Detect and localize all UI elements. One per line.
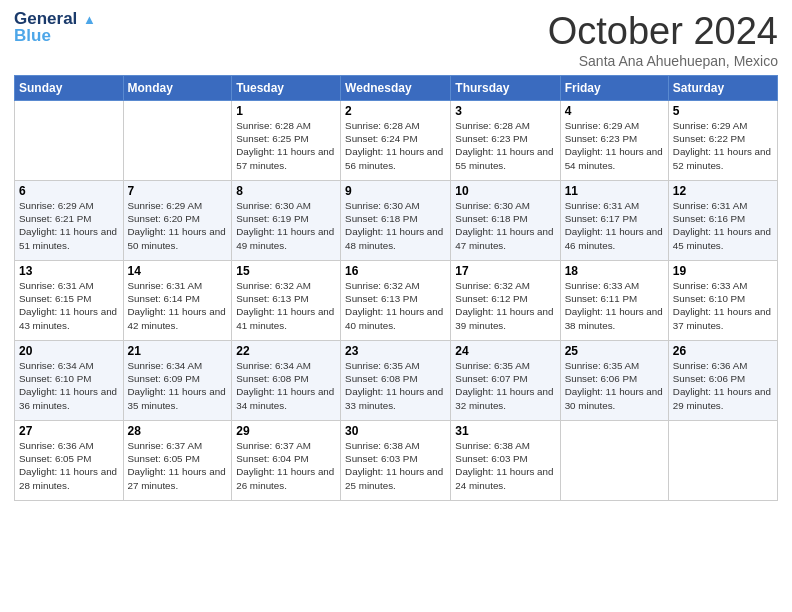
day-number: 25 (565, 344, 664, 358)
day-number: 15 (236, 264, 336, 278)
day-info: Sunrise: 6:34 AM Sunset: 6:09 PM Dayligh… (128, 359, 228, 412)
table-row: 24Sunrise: 6:35 AM Sunset: 6:07 PM Dayli… (451, 341, 560, 421)
table-row (15, 101, 124, 181)
day-info: Sunrise: 6:30 AM Sunset: 6:18 PM Dayligh… (455, 199, 555, 252)
day-number: 23 (345, 344, 446, 358)
day-info: Sunrise: 6:37 AM Sunset: 6:05 PM Dayligh… (128, 439, 228, 492)
title-block: October 2024 Santa Ana Ahuehuepan, Mexic… (548, 10, 778, 69)
table-row: 12Sunrise: 6:31 AM Sunset: 6:16 PM Dayli… (668, 181, 777, 261)
table-row: 29Sunrise: 6:37 AM Sunset: 6:04 PM Dayli… (232, 421, 341, 501)
table-row (560, 421, 668, 501)
table-row: 27Sunrise: 6:36 AM Sunset: 6:05 PM Dayli… (15, 421, 124, 501)
calendar-week-row: 6Sunrise: 6:29 AM Sunset: 6:21 PM Daylig… (15, 181, 778, 261)
day-info: Sunrise: 6:35 AM Sunset: 6:08 PM Dayligh… (345, 359, 446, 412)
day-info: Sunrise: 6:29 AM Sunset: 6:23 PM Dayligh… (565, 119, 664, 172)
day-info: Sunrise: 6:32 AM Sunset: 6:13 PM Dayligh… (236, 279, 336, 332)
calendar-week-row: 20Sunrise: 6:34 AM Sunset: 6:10 PM Dayli… (15, 341, 778, 421)
table-row: 4Sunrise: 6:29 AM Sunset: 6:23 PM Daylig… (560, 101, 668, 181)
day-number: 9 (345, 184, 446, 198)
table-row: 15Sunrise: 6:32 AM Sunset: 6:13 PM Dayli… (232, 261, 341, 341)
day-number: 1 (236, 104, 336, 118)
month-title: October 2024 (548, 10, 778, 53)
day-info: Sunrise: 6:29 AM Sunset: 6:21 PM Dayligh… (19, 199, 119, 252)
day-info: Sunrise: 6:30 AM Sunset: 6:19 PM Dayligh… (236, 199, 336, 252)
day-number: 20 (19, 344, 119, 358)
day-number: 7 (128, 184, 228, 198)
day-info: Sunrise: 6:31 AM Sunset: 6:16 PM Dayligh… (673, 199, 773, 252)
col-saturday: Saturday (668, 76, 777, 101)
day-info: Sunrise: 6:36 AM Sunset: 6:05 PM Dayligh… (19, 439, 119, 492)
calendar-container: General ▲ Blue October 2024 Santa Ana Ah… (0, 0, 792, 612)
day-number: 11 (565, 184, 664, 198)
day-number: 19 (673, 264, 773, 278)
table-row: 17Sunrise: 6:32 AM Sunset: 6:12 PM Dayli… (451, 261, 560, 341)
table-row: 14Sunrise: 6:31 AM Sunset: 6:14 PM Dayli… (123, 261, 232, 341)
table-row: 10Sunrise: 6:30 AM Sunset: 6:18 PM Dayli… (451, 181, 560, 261)
day-number: 30 (345, 424, 446, 438)
day-info: Sunrise: 6:38 AM Sunset: 6:03 PM Dayligh… (455, 439, 555, 492)
table-row: 21Sunrise: 6:34 AM Sunset: 6:09 PM Dayli… (123, 341, 232, 421)
logo-bird-icon: ▲ (83, 12, 96, 27)
table-row: 16Sunrise: 6:32 AM Sunset: 6:13 PM Dayli… (341, 261, 451, 341)
day-info: Sunrise: 6:28 AM Sunset: 6:23 PM Dayligh… (455, 119, 555, 172)
day-info: Sunrise: 6:37 AM Sunset: 6:04 PM Dayligh… (236, 439, 336, 492)
table-row: 2Sunrise: 6:28 AM Sunset: 6:24 PM Daylig… (341, 101, 451, 181)
location: Santa Ana Ahuehuepan, Mexico (548, 53, 778, 69)
day-info: Sunrise: 6:34 AM Sunset: 6:10 PM Dayligh… (19, 359, 119, 412)
table-row: 5Sunrise: 6:29 AM Sunset: 6:22 PM Daylig… (668, 101, 777, 181)
calendar-week-row: 13Sunrise: 6:31 AM Sunset: 6:15 PM Dayli… (15, 261, 778, 341)
day-info: Sunrise: 6:30 AM Sunset: 6:18 PM Dayligh… (345, 199, 446, 252)
day-info: Sunrise: 6:31 AM Sunset: 6:15 PM Dayligh… (19, 279, 119, 332)
day-info: Sunrise: 6:35 AM Sunset: 6:06 PM Dayligh… (565, 359, 664, 412)
table-row (668, 421, 777, 501)
day-info: Sunrise: 6:28 AM Sunset: 6:25 PM Dayligh… (236, 119, 336, 172)
day-number: 31 (455, 424, 555, 438)
table-row: 11Sunrise: 6:31 AM Sunset: 6:17 PM Dayli… (560, 181, 668, 261)
day-info: Sunrise: 6:32 AM Sunset: 6:13 PM Dayligh… (345, 279, 446, 332)
table-row (123, 101, 232, 181)
day-number: 26 (673, 344, 773, 358)
day-info: Sunrise: 6:31 AM Sunset: 6:14 PM Dayligh… (128, 279, 228, 332)
table-row: 3Sunrise: 6:28 AM Sunset: 6:23 PM Daylig… (451, 101, 560, 181)
col-sunday: Sunday (15, 76, 124, 101)
table-row: 19Sunrise: 6:33 AM Sunset: 6:10 PM Dayli… (668, 261, 777, 341)
col-thursday: Thursday (451, 76, 560, 101)
table-row: 28Sunrise: 6:37 AM Sunset: 6:05 PM Dayli… (123, 421, 232, 501)
col-tuesday: Tuesday (232, 76, 341, 101)
table-row: 6Sunrise: 6:29 AM Sunset: 6:21 PM Daylig… (15, 181, 124, 261)
col-wednesday: Wednesday (341, 76, 451, 101)
day-info: Sunrise: 6:29 AM Sunset: 6:20 PM Dayligh… (128, 199, 228, 252)
col-friday: Friday (560, 76, 668, 101)
table-row: 1Sunrise: 6:28 AM Sunset: 6:25 PM Daylig… (232, 101, 341, 181)
day-number: 2 (345, 104, 446, 118)
day-number: 3 (455, 104, 555, 118)
calendar-table: Sunday Monday Tuesday Wednesday Thursday… (14, 75, 778, 501)
table-row: 13Sunrise: 6:31 AM Sunset: 6:15 PM Dayli… (15, 261, 124, 341)
day-number: 4 (565, 104, 664, 118)
table-row: 9Sunrise: 6:30 AM Sunset: 6:18 PM Daylig… (341, 181, 451, 261)
day-info: Sunrise: 6:29 AM Sunset: 6:22 PM Dayligh… (673, 119, 773, 172)
col-monday: Monday (123, 76, 232, 101)
day-number: 14 (128, 264, 228, 278)
day-number: 27 (19, 424, 119, 438)
logo: General ▲ Blue (14, 10, 96, 45)
day-info: Sunrise: 6:31 AM Sunset: 6:17 PM Dayligh… (565, 199, 664, 252)
day-info: Sunrise: 6:33 AM Sunset: 6:10 PM Dayligh… (673, 279, 773, 332)
day-number: 17 (455, 264, 555, 278)
day-number: 12 (673, 184, 773, 198)
day-info: Sunrise: 6:32 AM Sunset: 6:12 PM Dayligh… (455, 279, 555, 332)
table-row: 22Sunrise: 6:34 AM Sunset: 6:08 PM Dayli… (232, 341, 341, 421)
table-row: 7Sunrise: 6:29 AM Sunset: 6:20 PM Daylig… (123, 181, 232, 261)
day-info: Sunrise: 6:36 AM Sunset: 6:06 PM Dayligh… (673, 359, 773, 412)
day-info: Sunrise: 6:38 AM Sunset: 6:03 PM Dayligh… (345, 439, 446, 492)
day-number: 5 (673, 104, 773, 118)
day-info: Sunrise: 6:28 AM Sunset: 6:24 PM Dayligh… (345, 119, 446, 172)
day-number: 24 (455, 344, 555, 358)
calendar-week-row: 27Sunrise: 6:36 AM Sunset: 6:05 PM Dayli… (15, 421, 778, 501)
table-row: 20Sunrise: 6:34 AM Sunset: 6:10 PM Dayli… (15, 341, 124, 421)
day-number: 28 (128, 424, 228, 438)
logo-blue: Blue (14, 26, 51, 45)
day-number: 10 (455, 184, 555, 198)
header: General ▲ Blue October 2024 Santa Ana Ah… (14, 10, 778, 69)
table-row: 31Sunrise: 6:38 AM Sunset: 6:03 PM Dayli… (451, 421, 560, 501)
